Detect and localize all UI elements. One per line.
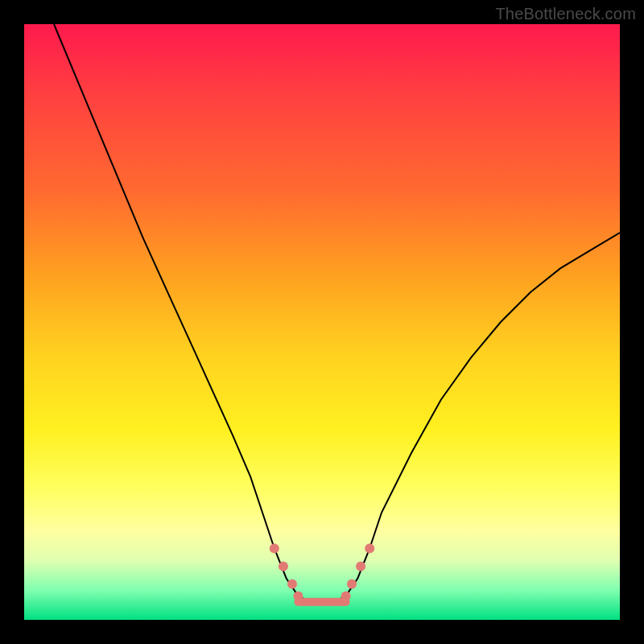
highlight-dot: [270, 543, 279, 553]
plot-area: [24, 24, 620, 620]
watermark-label: TheBottleneck.com: [495, 5, 636, 23]
highlight-dot: [347, 580, 357, 589]
highlight-dot: [293, 591, 303, 601]
highlight-dot: [279, 561, 288, 571]
bottleneck-chart-svg: [24, 24, 620, 620]
highlight-dot: [287, 580, 297, 589]
bottleneck-curve-line: [54, 24, 620, 602]
chart-frame: TheBottleneck.com: [0, 0, 644, 644]
highlight-marker-group: [270, 543, 374, 601]
highlight-dot: [341, 591, 351, 601]
highlight-dot: [365, 543, 374, 553]
highlight-dot: [356, 561, 365, 571]
